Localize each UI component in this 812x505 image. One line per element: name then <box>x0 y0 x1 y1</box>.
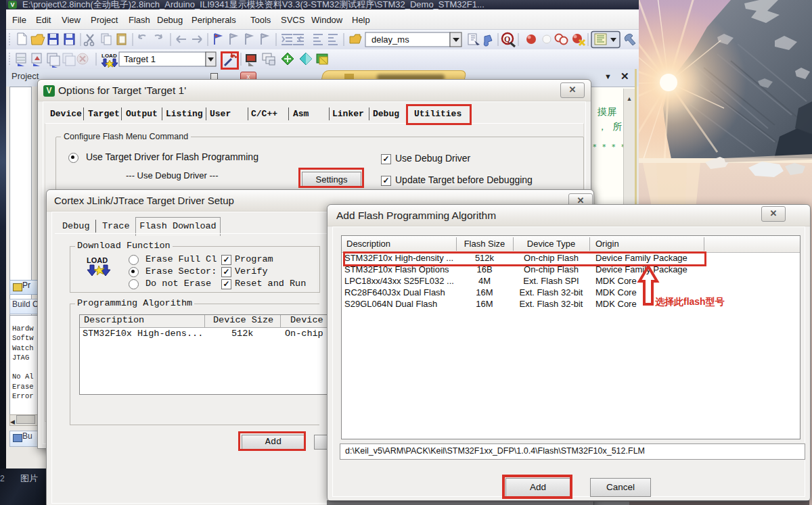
svg-text:Q: Q <box>504 34 510 44</box>
svg-text:Target 1: Target 1 <box>124 54 156 64</box>
svg-text:delay_ms: delay_ms <box>371 34 409 45</box>
svg-text:LOAD: LOAD <box>87 256 108 264</box>
svg-text:LOAD: LOAD <box>102 53 117 59</box>
